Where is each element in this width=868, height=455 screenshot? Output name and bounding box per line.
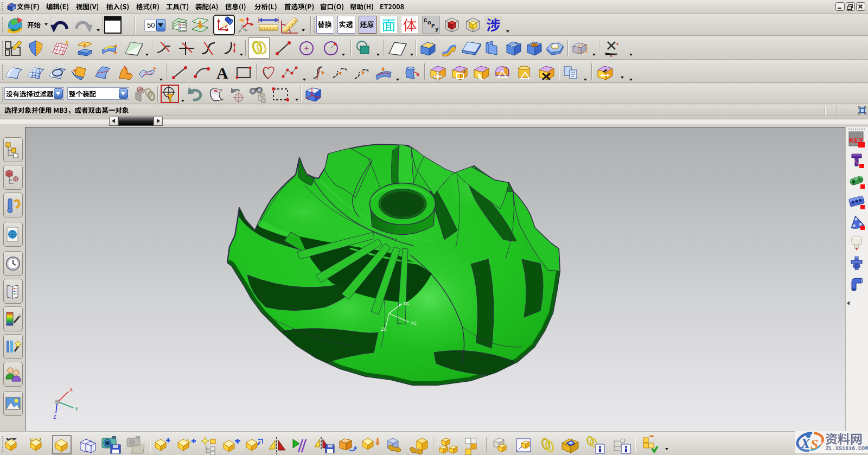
svg-text:X: X [800, 435, 810, 451]
svg-text:C: C [424, 17, 427, 24]
svg-text:x: x [610, 53, 612, 57]
svg-text:S: S [810, 437, 818, 452]
svg-text:X: X [69, 387, 73, 393]
svg-text:Z: Z [53, 414, 56, 420]
svg-text:YC: YC [411, 321, 417, 326]
svg-text:XC: XC [403, 302, 409, 307]
svg-text:P: P [431, 23, 435, 29]
svg-text:A: A [216, 64, 228, 82]
svg-text:Y: Y [75, 407, 78, 413]
svg-text:x: x [616, 41, 619, 46]
svg-text:o: o [427, 20, 431, 26]
svg-text:y: y [435, 26, 439, 33]
svg-text:ZC: ZC [381, 327, 387, 332]
